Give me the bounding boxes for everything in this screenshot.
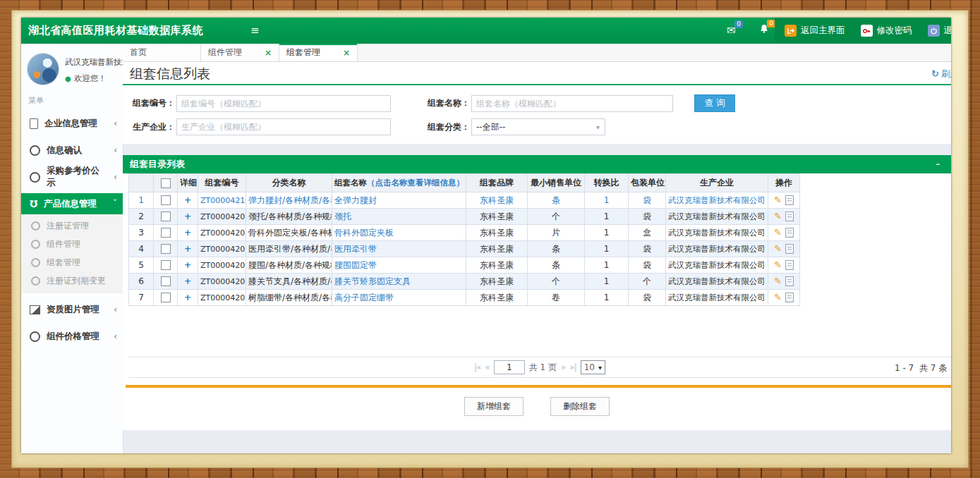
select-all-checkbox[interactable]: [161, 178, 171, 188]
set-brand: 东科圣康: [466, 192, 528, 209]
row-checkbox[interactable]: [161, 260, 171, 270]
chevron-down-icon: ▾: [596, 123, 600, 131]
set-code-label: 组套编号：: [123, 97, 175, 109]
chevron-left-icon: ‹: [114, 145, 117, 155]
tab-set-mgmt[interactable]: 组套管理×: [279, 44, 358, 61]
page-size-select[interactable]: 10 ▾: [581, 360, 605, 374]
set-name-link[interactable]: 颈托: [334, 212, 351, 221]
document-icon[interactable]: [785, 293, 794, 302]
conversion-ratio: 1: [585, 274, 629, 290]
expand-row-button[interactable]: +: [178, 290, 198, 306]
edit-icon[interactable]: ✎: [774, 212, 782, 221]
pack-unit: 袋: [629, 257, 666, 274]
set-code-input[interactable]: [176, 95, 391, 112]
document-icon[interactable]: [785, 244, 794, 254]
document-icon[interactable]: [785, 276, 794, 286]
change-password-button[interactable]: 修改密码: [861, 25, 912, 37]
edit-icon[interactable]: ✎: [774, 293, 782, 302]
main-area: 首页 组件管理× 组套管理× 组套信息列表 ↻ 刷新 组套编号： 组套名称： 查…: [123, 44, 951, 453]
category-name: 腰围/各种材质/各种规格: [246, 257, 332, 274]
edit-icon[interactable]: ✎: [774, 244, 782, 253]
page-title: 组套信息列表: [130, 65, 210, 83]
set-name-input[interactable]: [471, 95, 673, 112]
tab-home[interactable]: 首页: [123, 44, 201, 61]
row-checkbox-cell: [154, 209, 178, 225]
row-checkbox[interactable]: [161, 228, 171, 238]
close-icon[interactable]: ×: [343, 48, 350, 58]
sidebar-item-info-confirm[interactable]: 信息确认 ‹: [21, 140, 123, 161]
hamburger-icon[interactable]: ≡: [250, 24, 260, 37]
sidebar-item-product-info[interactable]: ℧ 产品信息管理 ˇ: [21, 193, 123, 214]
expand-row-button[interactable]: +: [178, 192, 198, 209]
sidebar-item-component-price[interactable]: 组件价格管理 ‹: [21, 326, 123, 347]
search-button[interactable]: 查 询: [694, 94, 735, 112]
document-icon[interactable]: [785, 228, 794, 238]
conversion-ratio: 1: [585, 192, 629, 209]
page-input[interactable]: [494, 360, 525, 374]
document-icon[interactable]: [785, 212, 794, 221]
screen: 湖北省高值医用耗材基础数据库系统 ≡ ✉ 0 0 返回主界面 修改密码: [21, 18, 951, 453]
set-category-select[interactable]: --全部-- ▾: [471, 118, 605, 135]
set-name-link[interactable]: 医用牵引带: [334, 244, 377, 254]
search-panel: 组套信息列表 ↻ 刷新 组套编号： 组套名称： 查 询 生产企业： 组套分类: [123, 62, 951, 144]
add-set-button[interactable]: 新增组套: [464, 397, 524, 416]
expand-row-button[interactable]: +: [178, 274, 198, 290]
row-checkbox[interactable]: [161, 212, 171, 221]
set-brand: 东科圣康: [466, 274, 528, 290]
document-icon[interactable]: [785, 260, 794, 270]
set-code: ZT00004207: [198, 241, 246, 257]
collapse-icon[interactable]: –: [936, 155, 940, 173]
set-name-link[interactable]: 全弹力腰封: [334, 195, 377, 205]
row-checkbox[interactable]: [161, 276, 171, 286]
category-name: 弹力腰封/各种材质/各种规格: [246, 192, 332, 209]
manufacturer-input[interactable]: [176, 118, 391, 135]
edit-icon[interactable]: ✎: [774, 228, 782, 237]
manufacturer: 武汉克瑞普新技术有限公司: [666, 290, 768, 306]
min-sale-unit: 卷: [528, 290, 585, 306]
bell-icon[interactable]: 0: [759, 23, 769, 37]
mail-icon[interactable]: ✉ 0: [727, 24, 736, 37]
document-icon[interactable]: [785, 195, 794, 205]
sidebar-item-component-mgmt[interactable]: 组件管理: [21, 235, 123, 253]
sidebar-item-set-mgmt[interactable]: 组套管理: [21, 253, 123, 271]
next-page-icon[interactable]: »: [561, 362, 565, 372]
sidebar-submenu: 注册证管理 组件管理 组套管理 注册证到期变更: [21, 214, 123, 293]
set-name-link[interactable]: 腰围固定带: [334, 260, 377, 270]
set-name-link[interactable]: 高分子固定绷带: [334, 293, 394, 302]
sidebar-item-cert-expiry[interactable]: 注册证到期变更: [21, 271, 123, 290]
delete-set-button[interactable]: 删除组套: [550, 397, 610, 416]
row-ops: ✎: [768, 274, 800, 290]
manufacturer: 武汉克瑞普新技术有限公司: [666, 274, 768, 290]
edit-icon[interactable]: ✎: [774, 276, 782, 286]
tab-component-mgmt[interactable]: 组件管理×: [201, 44, 279, 61]
set-name-link[interactable]: 膝关节矫形固定支具: [334, 276, 411, 286]
row-number: 2: [129, 209, 154, 225]
user-name: 武汉克瑞普新技术: [65, 57, 126, 68]
row-checkbox[interactable]: [161, 244, 171, 254]
row-checkbox[interactable]: [161, 195, 171, 205]
sidebar-item-qualification-images[interactable]: 资质图片管理 ‹: [21, 299, 123, 320]
expand-row-button[interactable]: +: [178, 241, 198, 257]
prev-page-icon[interactable]: «: [485, 362, 489, 372]
row-checkbox[interactable]: [161, 293, 171, 302]
row-ops: ✎: [768, 290, 800, 306]
edit-icon[interactable]: ✎: [774, 260, 782, 269]
category-name: 骨科外固定夹板/各种材质/各种规格: [246, 225, 332, 241]
avatar[interactable]: [27, 53, 59, 85]
refresh-button[interactable]: ↻ 刷新: [931, 68, 951, 80]
sidebar-item-purchase-price[interactable]: 采购参考价公示 ‹: [21, 166, 123, 188]
last-page-icon[interactable]: »|: [569, 362, 576, 372]
first-page-icon[interactable]: |«: [474, 362, 480, 372]
logout-button[interactable]: 退出: [928, 25, 952, 37]
expand-row-button[interactable]: +: [178, 257, 198, 274]
footer-actions: 新增组套 删除组套: [123, 388, 951, 422]
expand-row-button[interactable]: +: [178, 225, 198, 241]
sidebar-item-registration-cert[interactable]: 注册证管理: [21, 216, 123, 235]
expand-row-button[interactable]: +: [178, 209, 198, 225]
return-main-button[interactable]: 返回主界面: [785, 25, 845, 37]
sidebar-item-enterprise-info[interactable]: 企业信息管理 ‹: [21, 113, 123, 134]
pagination-bar: |« « 共 1 页 » »| 10 ▾ 1 - 7 共 7 条: [128, 357, 951, 378]
edit-icon[interactable]: ✎: [774, 195, 782, 204]
set-name-link[interactable]: 骨科外固定夹板: [334, 228, 394, 238]
close-icon[interactable]: ×: [265, 48, 272, 58]
